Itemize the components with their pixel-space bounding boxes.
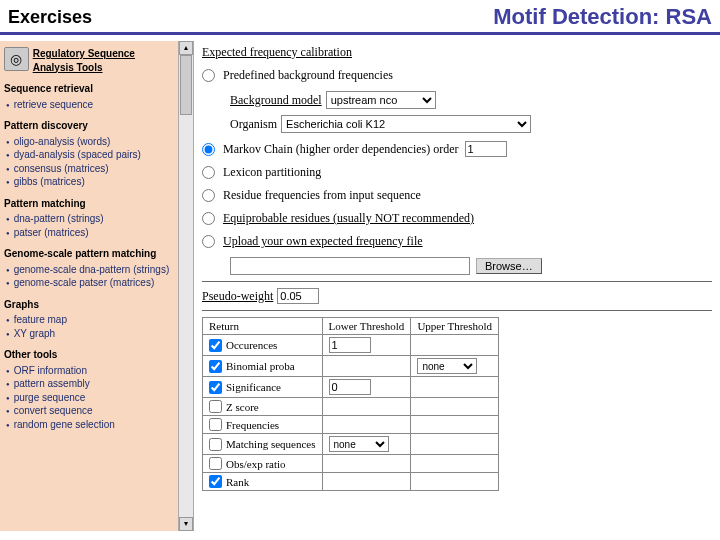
table-row: Z score <box>203 398 499 416</box>
table-row: Frequencies <box>203 416 499 434</box>
return-checkbox[interactable] <box>209 381 222 394</box>
sidebar-item[interactable]: feature map <box>4 313 174 327</box>
return-label: Rank <box>226 476 249 488</box>
lower-threshold-input[interactable] <box>329 379 371 395</box>
logo-icon: ◎ <box>4 47 29 71</box>
return-label: Binomial proba <box>226 360 295 372</box>
scroll-down-icon[interactable]: ▾ <box>179 517 193 531</box>
radio-markov-input[interactable] <box>202 143 215 156</box>
upload-path-input[interactable] <box>230 257 470 275</box>
sidebar-item[interactable]: pattern assembly <box>4 377 174 391</box>
radio-residue[interactable]: Residue frequencies from input sequence <box>202 188 712 203</box>
lower-threshold-select[interactable]: none <box>329 436 389 452</box>
return-checkbox[interactable] <box>209 438 222 451</box>
sidebar-item[interactable]: oligo-analysis (words) <box>4 135 174 149</box>
pseudo-row: Pseudo-weight <box>202 288 712 304</box>
sidebar-item[interactable]: consensus (matrices) <box>4 162 174 176</box>
organism-label: Organism <box>230 117 277 132</box>
sidebar-item[interactable]: dyad-analysis (spaced pairs) <box>4 148 174 162</box>
radio-predefined-input[interactable] <box>202 69 215 82</box>
scroll-thumb[interactable] <box>180 55 192 115</box>
return-checkbox[interactable] <box>209 418 222 431</box>
sidebar-group-head: Pattern discovery <box>4 119 174 133</box>
return-label: Significance <box>226 381 281 393</box>
sidebar-item[interactable]: genome-scale patser (matrices) <box>4 276 174 290</box>
bg-model-label: Background model <box>230 93 322 108</box>
organism-select[interactable]: Escherichia coli K12 <box>281 115 531 133</box>
table-row: Significance <box>203 377 499 398</box>
sidebar-group-head: Genome-scale pattern matching <box>4 247 174 261</box>
sidebar-item[interactable]: genome-scale dna-pattern (strings) <box>4 263 174 277</box>
sidebar-scrollbar[interactable]: ▴ ▾ <box>178 41 194 531</box>
upper-head: Upper Threshold <box>411 318 499 335</box>
bg-model-row: Background model upstream nco <box>230 91 712 109</box>
radio-residue-label: Residue frequencies from input sequence <box>223 188 421 203</box>
separator-2 <box>202 310 712 311</box>
main-panel: Expected frequency calibration Predefine… <box>194 41 720 531</box>
radio-markov[interactable]: Markov Chain (higher order dependencies)… <box>202 141 712 157</box>
return-checkbox[interactable] <box>209 360 222 373</box>
radio-predefined[interactable]: Predefined background frequencies <box>202 68 712 83</box>
sidebar-item[interactable]: purge sequence <box>4 391 174 405</box>
sidebar-title-text[interactable]: Regulatory Sequence Analysis Tools <box>33 47 174 74</box>
return-checkbox[interactable] <box>209 400 222 413</box>
scroll-up-icon[interactable]: ▴ <box>179 41 193 55</box>
table-row: Obs/exp ratio <box>203 455 499 473</box>
sidebar-item[interactable]: dna-pattern (strings) <box>4 212 174 226</box>
sidebar-title: ◎ Regulatory Sequence Analysis Tools <box>4 47 174 74</box>
table-row: Binomial probanone <box>203 356 499 377</box>
sidebar-item[interactable]: retrieve sequence <box>4 98 174 112</box>
sidebar-item[interactable]: patser (matrices) <box>4 226 174 240</box>
return-table: Return Lower Threshold Upper Threshold O… <box>202 317 499 491</box>
markov-order-input[interactable] <box>465 141 507 157</box>
sidebar-item[interactable]: gibbs (matrices) <box>4 175 174 189</box>
radio-lexicon[interactable]: Lexicon partitioning <box>202 165 712 180</box>
section-title: Expected frequency calibration <box>202 45 712 60</box>
radio-upload-input[interactable] <box>202 235 215 248</box>
return-label: Matching sequences <box>226 438 316 450</box>
radio-equiprob-label: Equiprobable residues (usually NOT recom… <box>223 211 474 226</box>
sidebar-item[interactable]: XY graph <box>4 327 174 341</box>
return-label: Z score <box>226 401 259 413</box>
sidebar: ◎ Regulatory Sequence Analysis Tools Seq… <box>0 41 178 531</box>
return-checkbox[interactable] <box>209 339 222 352</box>
radio-lexicon-label: Lexicon partitioning <box>223 165 321 180</box>
return-label: Obs/exp ratio <box>226 458 286 470</box>
table-row: Matching sequencesnone <box>203 434 499 455</box>
sidebar-item[interactable]: ORF information <box>4 364 174 378</box>
return-checkbox[interactable] <box>209 475 222 488</box>
browse-button[interactable]: Browse… <box>476 258 542 274</box>
radio-markov-label: Markov Chain (higher order dependencies)… <box>223 142 459 157</box>
radio-equiprob-input[interactable] <box>202 212 215 225</box>
radio-upload[interactable]: Upload your own expected frequency file <box>202 234 712 249</box>
workspace: ◎ Regulatory Sequence Analysis Tools Seq… <box>0 41 720 531</box>
pseudo-label: Pseudo-weight <box>202 289 273 304</box>
lower-head: Lower Threshold <box>322 318 411 335</box>
radio-equiprob[interactable]: Equiprobable residues (usually NOT recom… <box>202 211 712 226</box>
radio-predefined-label: Predefined background frequencies <box>223 68 393 83</box>
upper-threshold-select[interactable]: none <box>417 358 477 374</box>
slide-header: Exercises Motif Detection: RSA <box>0 0 720 35</box>
organism-row: Organism Escherichia coli K12 <box>230 115 712 133</box>
return-checkbox[interactable] <box>209 457 222 470</box>
return-label: Occurences <box>226 339 277 351</box>
sidebar-group-head: Graphs <box>4 298 174 312</box>
upload-line: Browse… <box>230 257 712 275</box>
lower-threshold-input[interactable] <box>329 337 371 353</box>
radio-lexicon-input[interactable] <box>202 166 215 179</box>
header-right: Motif Detection: RSA <box>493 4 712 30</box>
sidebar-group-head: Other tools <box>4 348 174 362</box>
sidebar-item[interactable]: random gene selection <box>4 418 174 432</box>
separator-1 <box>202 281 712 282</box>
bg-model-select[interactable]: upstream nco <box>326 91 436 109</box>
header-left: Exercises <box>8 7 92 28</box>
sidebar-group-head: Sequence retrieval <box>4 82 174 96</box>
radio-residue-input[interactable] <box>202 189 215 202</box>
scroll-track[interactable] <box>179 55 193 517</box>
return-label: Frequencies <box>226 419 279 431</box>
pseudo-input[interactable] <box>277 288 319 304</box>
table-row: Rank <box>203 473 499 491</box>
radio-upload-label: Upload your own expected frequency file <box>223 234 423 249</box>
return-head: Return <box>203 318 323 335</box>
sidebar-item[interactable]: convert sequence <box>4 404 174 418</box>
